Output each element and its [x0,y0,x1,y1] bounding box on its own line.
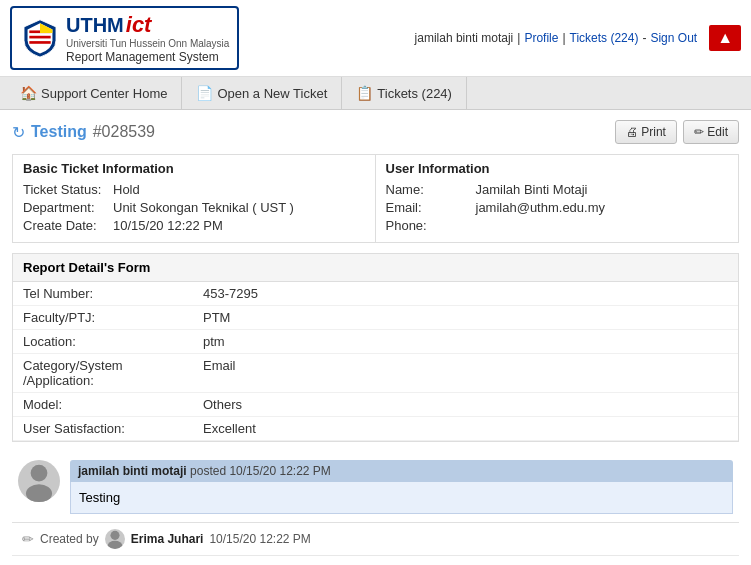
report-system-text: Report Management System [66,50,219,64]
table-row: Faculty/PTJ: PTM [13,306,738,330]
top-header: UTHM ict Universiti Tun Hussein Onn Mala… [0,0,751,77]
nav-new-ticket-label: Open a New Ticket [217,86,327,101]
create-date-value: 10/15/20 12:22 PM [113,218,223,233]
action-buttons: 🖨 Print ✏ Edit [615,120,739,144]
report-section-title: Report Detail's Form [13,254,738,282]
nav-tickets[interactable]: 📋 Tickets (224) [342,77,467,109]
nav-tickets-label: Tickets (224) [377,86,452,101]
avatar-silhouette-icon [18,460,60,502]
edit-icon: ✏ [694,125,704,139]
model-label: Model: [13,393,193,417]
user-info-section: User Information Name: Jamilah Binti Mot… [376,155,739,242]
separator1: | [517,31,520,45]
satisfaction-value: Excellent [193,417,738,441]
scroll-up-button[interactable]: ▲ [709,25,741,51]
basic-info-section: Basic Ticket Information Ticket Status: … [13,155,376,242]
creator-avatar-icon [105,529,125,549]
faculty-value: PTM [193,306,738,330]
tickets-link[interactable]: Tickets (224) [570,31,639,45]
name-label: Name: [386,182,476,197]
ticket-number: #028539 [93,123,155,141]
comment-datetime-value: 10/15/20 12:22 PM [229,464,330,478]
signout-link[interactable]: Sign Out [650,31,697,45]
table-row: Model: Others [13,393,738,417]
table-row: Location: ptm [13,330,738,354]
comment-header: jamilah binti motaji posted 10/15/20 12:… [70,460,733,482]
uthm-shield-icon [20,18,60,58]
logo-box: UTHM ict Universiti Tun Hussein Onn Mala… [10,6,239,70]
satisfaction-label: User Satisfaction: [13,417,193,441]
create-date-row: Create Date: 10/15/20 12:22 PM [23,218,365,233]
basic-info-title: Basic Ticket Information [23,161,365,176]
university-subtitle: Universiti Tun Hussein Onn Malaysia [66,38,229,49]
comment-content: jamilah binti motaji posted 10/15/20 12:… [70,460,733,514]
comment-block: jamilah binti motaji posted 10/15/20 12:… [12,452,739,523]
ticket-status-label: Ticket Status: [23,182,113,197]
svg-point-6 [107,541,122,549]
created-row: ✏ Created by Erima Juhari 10/15/20 12:22… [12,523,739,556]
table-row: Category/System /Application: Email [13,354,738,393]
name-row: Name: Jamilah Binti Motaji [386,182,729,197]
created-datetime: 10/15/20 12:22 PM [209,532,310,546]
comment-posted-label: posted [190,464,226,478]
username-text: jamilah binti motaji [415,31,514,45]
ticket-status-row: Ticket Status: Hold [23,182,365,197]
phone-row: Phone: [386,218,729,233]
edit-label: Edit [707,125,728,139]
print-button[interactable]: 🖨 Print [615,120,677,144]
svg-point-5 [110,531,119,540]
faculty-label: Faculty/PTJ: [13,306,193,330]
nav-support-home[interactable]: 🏠 Support Center Home [6,77,182,109]
location-value: ptm [193,330,738,354]
commenter-avatar [18,460,60,502]
ticket-title-text: Testing [31,123,87,141]
separator2: | [562,31,565,45]
pencil-icon: ✏ [22,531,34,547]
department-value: Unit Sokongan Teknikal ( UST ) [113,200,294,215]
home-icon: 🏠 [20,85,37,101]
department-row: Department: Unit Sokongan Teknikal ( UST… [23,200,365,215]
ticket-status-value: Hold [113,182,140,197]
logo-text-group: UTHM ict Universiti Tun Hussein Onn Mala… [66,12,229,64]
email-label: Email: [386,200,476,215]
new-ticket-icon: 📄 [196,85,213,101]
name-value: Jamilah Binti Motaji [476,182,588,197]
table-row: User Satisfaction: Excellent [13,417,738,441]
separator3: - [642,31,646,45]
phone-label: Phone: [386,218,476,233]
edit-button[interactable]: ✏ Edit [683,120,739,144]
report-details-section: Report Detail's Form Tel Number: 453-729… [12,253,739,442]
svg-rect-1 [29,36,50,39]
report-table: Tel Number: 453-7295 Faculty/PTJ: PTM Lo… [13,282,738,441]
category-label: Category/System /Application: [13,354,193,393]
ict-text: ict [126,12,152,38]
table-row: Tel Number: 453-7295 [13,282,738,306]
print-icon: 🖨 [626,125,638,139]
tel-label: Tel Number: [13,282,193,306]
logo-area: UTHM ict Universiti Tun Hussein Onn Mala… [10,6,239,70]
ticket-title-bar: ↻ Testing #028539 🖨 Print ✏ Edit [12,120,739,144]
uthm-text: UTHM [66,14,124,37]
info-grid: Basic Ticket Information Ticket Status: … [12,154,739,243]
svg-point-3 [31,465,48,482]
comment-body: Testing [70,482,733,514]
nav-bar: 🏠 Support Center Home 📄 Open a New Ticke… [0,77,751,110]
tel-value: 453-7295 [193,282,738,306]
tickets-icon: 📋 [356,85,373,101]
svg-rect-2 [29,41,50,44]
email-value: jamilah@uthm.edu.my [476,200,606,215]
creator-name: Erima Juhari [131,532,204,546]
nav-new-ticket[interactable]: 📄 Open a New Ticket [182,77,342,109]
user-nav: jamilah binti motaji | Profile | Tickets… [415,25,741,51]
print-label: Print [641,125,666,139]
refresh-icon[interactable]: ↻ [12,123,25,142]
department-label: Department: [23,200,113,215]
creator-avatar [105,529,125,549]
page-content: ↻ Testing #028539 🖨 Print ✏ Edit Basic T… [0,110,751,565]
category-value: Email [193,354,738,393]
profile-link[interactable]: Profile [524,31,558,45]
create-date-label: Create Date: [23,218,113,233]
created-label: Created by [40,532,99,546]
email-row: Email: jamilah@uthm.edu.my [386,200,729,215]
svg-point-4 [26,484,52,502]
